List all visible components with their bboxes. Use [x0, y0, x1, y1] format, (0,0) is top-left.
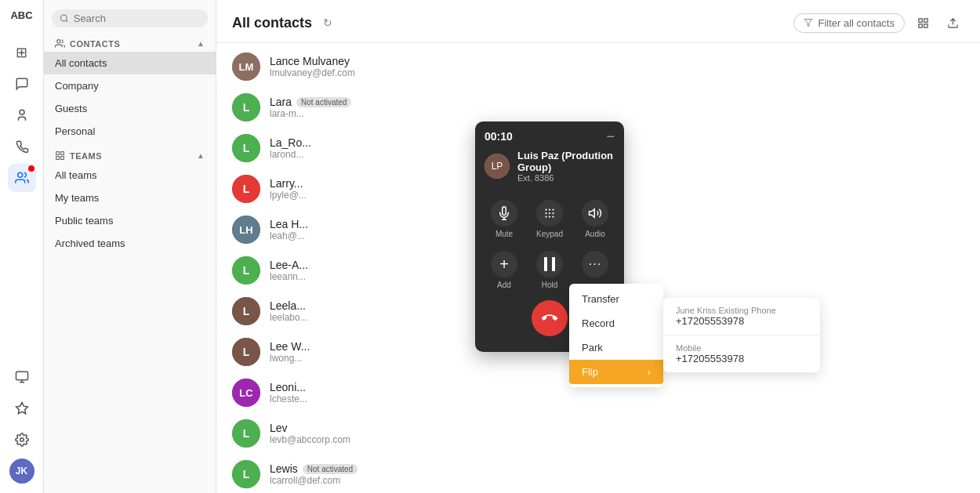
contact-avatar: L	[232, 134, 260, 162]
caller-ext: Ext. 8386	[517, 173, 615, 183]
svg-rect-11	[61, 152, 64, 155]
audio-button[interactable]: Audio	[574, 195, 616, 243]
contact-avatar: L	[232, 297, 260, 325]
hold-button[interactable]: Hold	[528, 246, 571, 294]
svg-point-51	[549, 208, 550, 210]
svg-point-56	[545, 216, 546, 217]
nav-calls-icon[interactable]	[8, 132, 36, 161]
svg-text:L: L	[243, 346, 250, 358]
export-button[interactable]	[941, 11, 964, 34]
mute-label: Mute	[495, 230, 513, 238]
contact-avatar: L	[232, 338, 260, 366]
teams-section-header[interactable]: TEAMS ▲	[44, 146, 216, 164]
contact-avatar: LH	[232, 216, 260, 244]
grid-view-button[interactable]	[911, 11, 935, 34]
svg-point-1	[17, 172, 22, 177]
add-button[interactable]: + Add	[483, 246, 525, 294]
nav-settings-icon[interactable]	[8, 426, 36, 454]
keypad-button[interactable]: Keypad	[528, 195, 571, 243]
search-box[interactable]	[52, 9, 208, 27]
filter-icon	[804, 18, 813, 27]
filter-placeholder: Filter all contacts	[818, 17, 895, 29]
refresh-button[interactable]: ↻	[323, 16, 332, 29]
svg-text:L: L	[243, 142, 250, 154]
contact-email: lara-m...	[270, 108, 964, 119]
svg-text:LH: LH	[239, 224, 252, 236]
contacts-section-header[interactable]: CONTACTS ▲	[44, 34, 216, 52]
caller-name: Luis Paz (Prodution Group)	[517, 150, 615, 173]
svg-rect-18	[924, 24, 927, 27]
flip-submenu: June Kriss Existing Phone +17205553978 M…	[663, 298, 820, 372]
contacts-collapse-arrow: ▲	[197, 39, 205, 48]
flip-option-mobile-value: +17205553978	[676, 353, 808, 364]
svg-point-54	[549, 212, 550, 214]
svg-text:L: L	[243, 427, 250, 440]
svg-text:L: L	[243, 264, 250, 277]
svg-point-53	[545, 212, 546, 214]
svg-rect-12	[56, 157, 60, 160]
filter-box[interactable]: Filter all contacts	[793, 13, 905, 33]
caller-avatar: LP	[485, 154, 510, 179]
sidebar-item-archived-teams[interactable]: Archived teams	[44, 232, 216, 255]
contact-item[interactable]: LM Lance Mulvaney lmulvaney@def.com	[216, 46, 980, 87]
flip-option-mobile[interactable]: Mobile +17205553978	[663, 335, 820, 372]
keypad-label: Keypad	[536, 230, 563, 238]
record-menu-item[interactable]: Record	[569, 311, 663, 335]
sidebar-item-public-teams[interactable]: Public teams	[44, 209, 216, 232]
teams-section-icon	[55, 150, 65, 161]
main-header: All contacts ↻ Filter all contacts	[216, 0, 980, 43]
svg-point-0	[20, 110, 24, 114]
flip-menu-item[interactable]: Flip ›	[569, 360, 663, 384]
caller-details: Luis Paz (Prodution Group) Ext. 8386	[517, 150, 615, 183]
teams-collapse-arrow: ▲	[197, 151, 205, 160]
contacts-icon	[55, 38, 65, 49]
add-label: Add	[497, 281, 511, 289]
sidebar-item-personal[interactable]: Personal	[44, 120, 216, 143]
nav-avatar[interactable]: JK	[8, 457, 36, 485]
contact-item[interactable]: L Lewis Not activated lcarroll@def.com	[216, 454, 980, 493]
keypad-icon	[536, 200, 563, 227]
contact-info: Lance Mulvaney lmulvaney@def.com	[270, 55, 964, 78]
nav-chat-icon[interactable]	[8, 70, 36, 98]
end-call-icon	[539, 307, 561, 329]
not-activated-badge: Not activated	[296, 97, 351, 107]
park-menu-item[interactable]: Park	[569, 335, 663, 360]
audio-icon	[582, 200, 608, 227]
nav-screen-icon[interactable]	[8, 363, 36, 391]
minimize-button[interactable]: −	[606, 129, 615, 143]
nav-teams-icon[interactable]	[8, 101, 36, 129]
sidebar-item-company[interactable]: Company	[44, 74, 216, 97]
svg-line-8	[66, 20, 67, 22]
svg-point-9	[57, 40, 60, 43]
contact-info: Lev levb@abccorp.com	[270, 422, 964, 445]
call-timer: 00:10	[485, 130, 513, 143]
svg-rect-16	[924, 18, 927, 21]
svg-point-58	[552, 216, 554, 217]
svg-marker-5	[16, 403, 27, 414]
sidebar-item-guests[interactable]: Guests	[44, 97, 216, 120]
svg-point-7	[60, 15, 67, 21]
svg-text:L: L	[243, 101, 250, 114]
contact-email: lcheste...	[270, 393, 964, 404]
user-avatar[interactable]: JK	[9, 459, 34, 484]
contact-name: Lev	[270, 422, 964, 434]
sidebar-item-my-teams[interactable]: My teams	[44, 187, 216, 209]
search-input[interactable]	[74, 13, 200, 24]
nav-grid-icon[interactable]: ⊞	[8, 38, 36, 67]
call-actions-row1: Mute Keypad Audio	[475, 190, 624, 246]
svg-marker-59	[590, 209, 595, 218]
mute-button[interactable]: Mute	[483, 195, 525, 243]
nav-star-icon[interactable]	[8, 394, 36, 422]
sidebar-item-all-teams[interactable]: All teams	[44, 164, 216, 187]
contact-item[interactable]: L Lev levb@abccorp.com	[216, 413, 980, 454]
end-call-button[interactable]	[524, 292, 575, 343]
svg-rect-13	[61, 157, 64, 160]
flip-option-existing-phone[interactable]: June Kriss Existing Phone +17205553978	[663, 298, 820, 335]
svg-text:L: L	[243, 305, 250, 317]
add-icon: +	[491, 251, 517, 277]
app-logo: ABC	[5, 6, 37, 24]
nav-contacts-icon[interactable]	[8, 164, 36, 192]
svg-rect-61	[552, 257, 555, 271]
transfer-menu-item[interactable]: Transfer	[569, 287, 663, 311]
sidebar-item-all-contacts[interactable]: All contacts	[44, 52, 216, 74]
